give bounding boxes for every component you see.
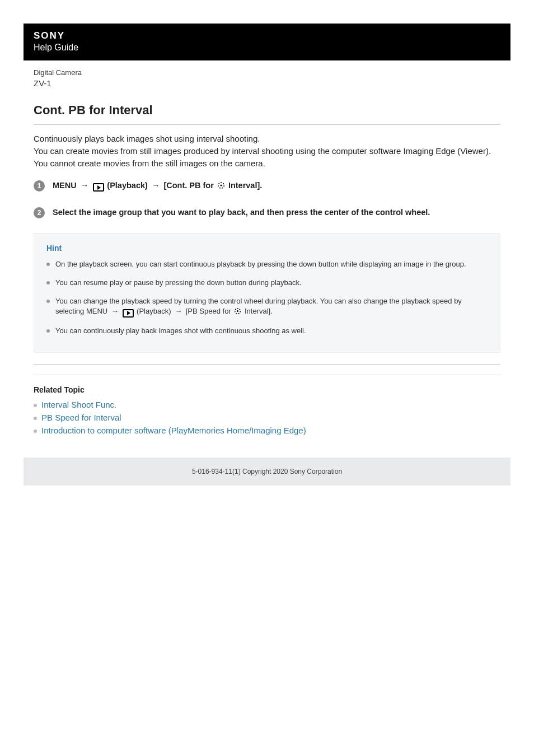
intro-line-2: You can create movies from still images …: [34, 145, 500, 170]
playback-icon: [93, 183, 104, 192]
hint-3-b: (Playback): [137, 307, 171, 315]
hint-item: On the playback screen, you can start co…: [46, 259, 488, 270]
arrow-icon: →: [173, 307, 184, 315]
related-item: Introduction to computer software (PlayM…: [34, 426, 500, 435]
page-title: Cont. PB for Interval: [34, 103, 510, 118]
related-item: PB Speed for Interval: [34, 413, 500, 422]
product-model: ZV-1: [34, 78, 500, 89]
hint-3-d: Interval].: [245, 307, 273, 315]
interval-icon: [217, 181, 225, 192]
related-title: Related Topic: [34, 385, 500, 394]
related-link-software[interactable]: Introduction to computer software (PlayM…: [41, 426, 306, 435]
product-info: Digital Camera ZV-1: [24, 60, 510, 88]
related-link-interval-shoot[interactable]: Interval Shoot Func.: [41, 400, 116, 409]
step-1-playback: (Playback): [107, 181, 148, 190]
hint-title: Hint: [46, 244, 488, 253]
brand-logo: SONY: [34, 30, 500, 41]
related-item: Interval Shoot Func.: [34, 400, 500, 409]
step-number-badge: 1: [34, 180, 45, 192]
step-1-interval: Interval].: [228, 181, 262, 190]
related-link-pb-speed[interactable]: PB Speed for Interval: [41, 413, 121, 422]
related-section: Related Topic Interval Shoot Func. PB Sp…: [34, 375, 500, 435]
step-1-menu: MENU: [53, 181, 77, 190]
hint-item: You can continuously play back images sh…: [46, 326, 488, 337]
divider: [34, 375, 500, 375]
interval-icon: [234, 307, 241, 318]
hint-item: You can change the playback speed by tur…: [46, 296, 488, 319]
arrow-icon: →: [79, 181, 91, 190]
related-list: Interval Shoot Func. PB Speed for Interv…: [34, 400, 500, 435]
hint-box: Hint On the playback screen, you can sta…: [34, 233, 500, 353]
footer-copyright: 5-016-934-11(1) Copyright 2020 Sony Corp…: [24, 458, 510, 486]
arrow-icon: →: [150, 181, 162, 190]
intro-text: Continuously plays back images shot usin…: [34, 133, 500, 169]
svg-point-1: [220, 184, 222, 186]
step-1-cont: [Cont. PB for: [163, 181, 213, 190]
intro-line-1: Continuously plays back images shot usin…: [34, 133, 500, 145]
step-1: 1 MENU → (Playback) → [Cont. PB for Inte…: [34, 180, 500, 192]
hint-list: On the playback screen, you can start co…: [46, 259, 488, 337]
arrow-icon: →: [110, 307, 120, 315]
product-category: Digital Camera: [34, 68, 500, 78]
header-bar: SONY Help Guide: [24, 24, 510, 60]
playback-icon: [123, 309, 134, 318]
hint-3-c: [PB Speed for: [186, 307, 231, 315]
hint-item: You can resume play or pause by pressing…: [46, 278, 488, 288]
step-2: 2 Select the image group that you want t…: [34, 207, 500, 218]
help-guide-label: Help Guide: [34, 43, 500, 53]
divider: [34, 124, 500, 125]
step-1-text: MENU → (Playback) → [Cont. PB for Interv…: [53, 180, 262, 192]
divider: [34, 364, 500, 365]
svg-point-3: [237, 310, 238, 312]
step-2-text: Select the image group that you want to …: [53, 207, 430, 218]
step-number-badge: 2: [34, 207, 45, 218]
